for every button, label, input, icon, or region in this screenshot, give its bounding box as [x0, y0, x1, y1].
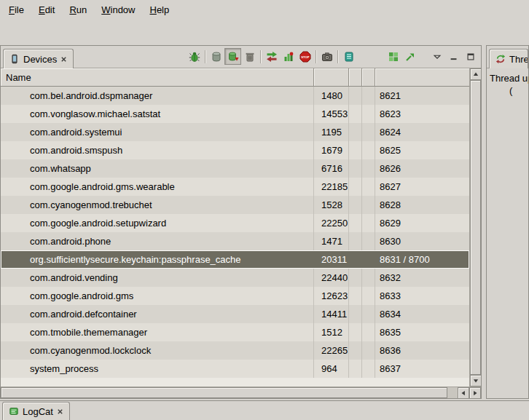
debug-process-button[interactable] — [186, 48, 203, 65]
hierarchy-view-button[interactable] — [340, 48, 357, 65]
vertical-scrollbar[interactable] — [469, 68, 481, 387]
column-header-port[interactable] — [375, 68, 469, 86]
table-row[interactable]: com.android.smspush 1679 8625 — [1, 141, 469, 159]
scroll-right-button[interactable] — [469, 387, 481, 398]
tab-threads[interactable]: Threads — [489, 49, 528, 68]
process-name: org.sufficientlysecure.keychain:passphra… — [1, 250, 314, 269]
table-row[interactable]: com.google.android.setupwizard 22250 862… — [1, 214, 469, 232]
threads-tabbar: Threads — [487, 46, 528, 68]
tab-devices[interactable]: Devices — [3, 49, 74, 68]
horizontal-scrollbar[interactable] — [1, 387, 481, 398]
maximize-button[interactable] — [462, 48, 479, 65]
empty-cell — [349, 159, 362, 178]
device-table-body: com.bel.android.dspmanager 1480 8621 com… — [1, 87, 469, 387]
menubar: FileEditRunWindowHelp — [0, 0, 529, 19]
screen-capture-icon — [321, 51, 333, 63]
table-row[interactable]: com.whatsapp 6716 8626 — [1, 159, 469, 178]
update-heap-button[interactable] — [208, 48, 224, 65]
update-threads-button[interactable] — [263, 48, 280, 65]
empty-cell — [349, 87, 362, 105]
stop-process-button[interactable]: STOP — [297, 48, 313, 65]
view-menu-icon — [432, 52, 442, 62]
minimize-button[interactable] — [445, 48, 462, 65]
logcat-bar: LogCat — [0, 400, 529, 420]
debug-process-icon — [189, 51, 200, 63]
table-row[interactable]: com.tmobile.thememanager 1512 8635 — [1, 323, 469, 341]
menu-item-help[interactable]: Help — [142, 1, 176, 18]
table-row[interactable]: com.bel.android.dspmanager 1480 8621 — [1, 87, 469, 105]
svg-text:STOP: STOP — [301, 55, 310, 59]
table-row[interactable]: com.google.android.gms 12623 8633 — [1, 287, 469, 305]
column-header-3[interactable] — [362, 68, 375, 86]
device-icon — [9, 54, 20, 64]
scroll-up-button[interactable] — [470, 68, 481, 80]
process-port: 8621 — [375, 87, 469, 105]
process-name: com.android.systemui — [1, 123, 314, 141]
devices-panel: Devices — [0, 45, 482, 399]
process-port: 8634 — [375, 305, 469, 323]
process-name: com.android.smspush — [1, 141, 314, 159]
empty-cell — [362, 323, 375, 341]
table-header: Name — [1, 68, 469, 87]
vertical-scroll-thumb[interactable] — [470, 80, 481, 375]
process-pid: 22265 — [314, 341, 349, 360]
empty-cell — [362, 159, 375, 178]
screen-capture-button[interactable] — [318, 48, 335, 65]
tracer-icon — [388, 51, 399, 63]
toolbar-separator — [205, 50, 205, 63]
scroll-down-button[interactable] — [470, 375, 481, 387]
process-port: 8628 — [375, 196, 469, 214]
empty-cell — [349, 269, 362, 287]
process-pid: 1480 — [314, 87, 349, 105]
menu-item-edit[interactable]: Edit — [31, 1, 62, 18]
table-row[interactable]: org.sufficientlysecure.keychain:passphra… — [1, 250, 469, 269]
process-port: 8625 — [375, 141, 469, 159]
close-icon[interactable] — [57, 408, 63, 415]
view-menu-button[interactable] — [428, 48, 445, 65]
column-header-pid[interactable] — [314, 68, 349, 86]
column-header-2[interactable] — [349, 68, 362, 86]
process-port: 8632 — [375, 269, 469, 287]
method-profiling-button[interactable] — [280, 48, 297, 65]
scroll-track[interactable] — [447, 387, 458, 398]
threads-message: Thread up ( — [487, 68, 528, 97]
process-name: com.tmobile.thememanager — [1, 323, 314, 341]
table-row[interactable]: com.google.android.gms.wearable 22185 86… — [1, 178, 469, 196]
empty-cell — [362, 196, 375, 214]
table-row[interactable]: com.android.systemui 1195 8624 — [1, 123, 469, 141]
logcat-icon — [9, 406, 19, 416]
tab-logcat[interactable]: LogCat — [2, 402, 70, 420]
process-pid: 14411 — [314, 305, 349, 323]
menu-item-run[interactable]: Run — [62, 1, 94, 18]
system-info-button[interactable] — [401, 48, 418, 65]
process-name: com.android.vending — [1, 269, 314, 287]
table-row[interactable]: com.android.vending 22440 8632 — [1, 269, 469, 287]
process-port: 8637 — [375, 360, 469, 378]
process-pid: 22250 — [314, 214, 349, 232]
column-header-name[interactable]: Name — [1, 68, 314, 86]
table-row[interactable]: com.cyanogenmod.lockclock 22265 8636 — [1, 341, 469, 360]
tracer-button[interactable] — [385, 48, 401, 65]
empty-cell — [349, 287, 362, 305]
process-port: 8626 — [375, 159, 469, 178]
empty-cell — [362, 360, 375, 378]
cause-gc-button[interactable] — [241, 48, 258, 65]
table-row[interactable]: com.android.defcontainer 14411 8634 — [1, 305, 469, 323]
process-pid: 14553 — [314, 105, 349, 123]
close-icon[interactable] — [60, 56, 67, 63]
empty-cell — [362, 141, 375, 159]
horizontal-scroll-thumb[interactable] — [1, 387, 447, 398]
process-pid: 22440 — [314, 269, 349, 287]
process-port: 8627 — [375, 178, 469, 196]
process-name: com.cyanogenmod.trebuchet — [1, 196, 314, 214]
menu-item-window[interactable]: Window — [94, 1, 142, 18]
dump-hprof-button[interactable] — [224, 48, 241, 65]
process-name: com.google.android.gms — [1, 287, 314, 305]
scroll-left-button[interactable] — [458, 387, 469, 398]
table-row[interactable]: com.android.phone 1471 8630 — [1, 232, 469, 250]
menu-item-file[interactable]: File — [1, 1, 31, 18]
table-row[interactable]: com.cyanogenmod.trebuchet 1528 8628 — [1, 196, 469, 214]
process-port: 8631 / 8700 — [375, 250, 469, 269]
table-row[interactable]: com.vonglasow.michael.satstat 14553 8623 — [1, 105, 469, 123]
table-row[interactable]: system_process 964 8637 — [1, 360, 469, 378]
